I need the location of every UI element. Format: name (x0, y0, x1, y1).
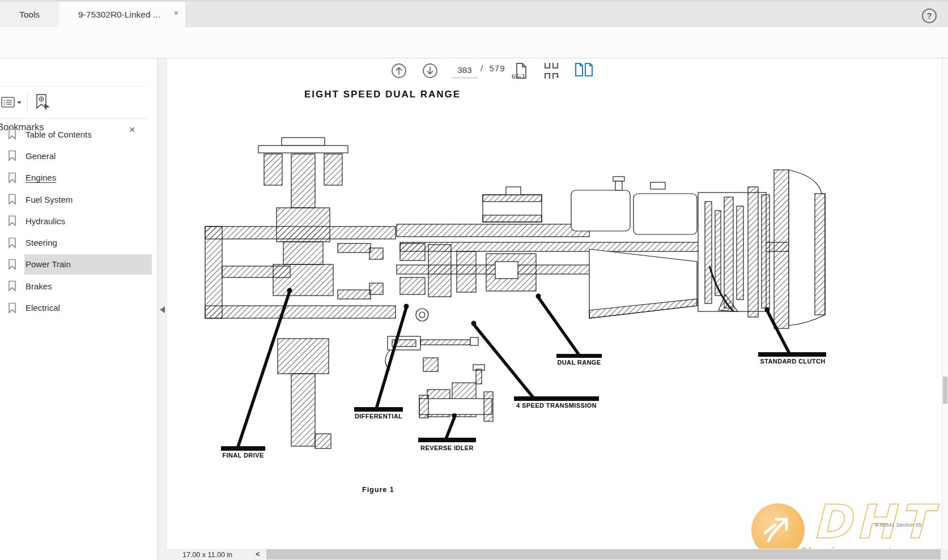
bookmark-flag-icon (8, 237, 16, 249)
horizontal-scrollbar-thumb[interactable] (266, 549, 941, 559)
bookmark-item-power-train[interactable]: Power Train (0, 254, 157, 275)
bookmark-item-table-of-contents[interactable]: Table of Contents (0, 123, 157, 145)
vertical-scrollbar[interactable] (942, 58, 948, 549)
bookmark-item-engines[interactable]: Engines (0, 167, 157, 189)
tab-document-label: 9-75302R0-Linked ... (78, 10, 160, 20)
tab-document[interactable]: 9-75302R0-Linked ... × (59, 2, 185, 27)
status-bar: 17.00 x 11.00 in < (167, 549, 948, 560)
options-dropdown-caret-icon[interactable] (17, 101, 22, 104)
bookmark-item-fuel-system[interactable]: Fuel System (0, 189, 157, 210)
page-size-label: 17.00 x 11.00 in (182, 551, 232, 559)
section-reference: 9-80641 Section 65 (875, 521, 921, 528)
help-icon[interactable]: ? (922, 8, 937, 23)
bookmark-item-brakes[interactable]: Brakes (0, 275, 157, 297)
bookmarks-panel: Bookmarks × Table of Contents General (0, 58, 157, 560)
page-number-input[interactable] (452, 62, 478, 78)
bookmark-item-electrical[interactable]: Electrical (0, 297, 157, 318)
divider (0, 86, 146, 87)
bookmark-flag-icon (8, 194, 16, 205)
bookmark-flag-icon (8, 302, 16, 314)
tab-close-icon[interactable]: × (174, 9, 178, 17)
toolbar: / 579 (0, 27, 948, 58)
tab-tools-label: Tools (19, 10, 40, 20)
single-page-view-icon[interactable] (515, 62, 532, 79)
bookmark-flag-icon (8, 150, 16, 161)
tab-tools[interactable]: Tools (0, 2, 59, 27)
collapse-panel-arrow-icon (160, 306, 165, 313)
bookmark-flag-icon (8, 172, 16, 183)
panel-collapse-rail[interactable] (157, 58, 167, 560)
bookmark-item-general[interactable]: General (0, 145, 157, 166)
bookmark-flag-icon (8, 129, 16, 140)
help-glyph: ? (927, 11, 932, 20)
bookmarks-list: Table of Contents General Engines Fuel S… (0, 123, 157, 319)
bookmark-flag-icon (8, 259, 16, 270)
bookmark-item-hydraulics[interactable]: Hydraulics (0, 210, 157, 232)
bookmarks-options-icon[interactable] (1, 96, 16, 112)
bookmark-item-steering[interactable]: Steering (0, 232, 157, 253)
goto-current-bookmark-icon[interactable] (34, 93, 51, 114)
bookmark-flag-icon (8, 280, 16, 292)
bookmark-flag-icon (8, 215, 16, 226)
two-page-view-icon[interactable] (575, 62, 592, 79)
previous-page-button[interactable] (391, 63, 408, 80)
divider (27, 93, 28, 112)
bookmarks-toolbar (0, 90, 146, 115)
vertical-scrollbar-thumb[interactable] (943, 377, 947, 404)
divider (0, 118, 146, 119)
scrolling-page-view-icon[interactable] (543, 61, 560, 78)
page-count-label: / 579 (481, 63, 505, 73)
scroll-left-chevron-icon[interactable]: < (256, 550, 260, 558)
app-window: DHT (0, 0, 948, 560)
tab-bar: Tools 9-75302R0-Linked ... × ? (0, 0, 948, 27)
next-page-button[interactable] (422, 63, 439, 80)
